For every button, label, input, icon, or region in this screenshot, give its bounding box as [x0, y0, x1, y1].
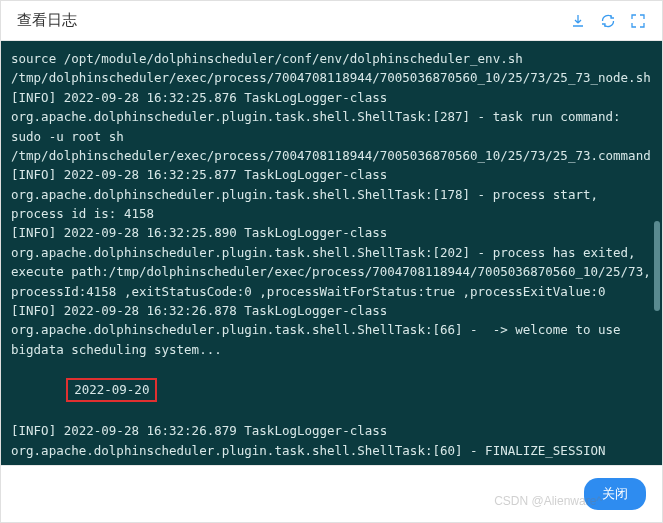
log-line: [INFO] 2022-09-28 16:32:26.878 TaskLogLo… [11, 301, 652, 359]
log-line: [INFO] 2022-09-28 16:32:25.877 TaskLogLo… [11, 165, 652, 223]
close-button[interactable]: 关闭 [584, 478, 646, 510]
modal-header: 查看日志 [1, 1, 662, 41]
log-lines-after: [INFO] 2022-09-28 16:32:26.879 TaskLogLo… [11, 421, 652, 460]
highlighted-date: 2022-09-20 [66, 378, 157, 401]
log-line: [INFO] 2022-09-28 16:32:25.890 TaskLogLo… [11, 223, 652, 301]
refresh-icon[interactable] [600, 13, 616, 29]
fullscreen-icon[interactable] [630, 13, 646, 29]
log-content-area[interactable]: source /opt/module/dolphinscheduler/conf… [1, 41, 662, 465]
log-viewer-modal: 查看日志 source /opt/module/dolphinscheduler… [0, 0, 663, 523]
modal-title: 查看日志 [17, 11, 77, 30]
log-line: [INFO] 2022-09-28 16:32:26.879 TaskLogLo… [11, 421, 652, 460]
scrollbar-thumb[interactable] [654, 221, 660, 311]
header-icons [570, 13, 646, 29]
log-lines: source /opt/module/dolphinscheduler/conf… [11, 49, 652, 359]
log-line: source /opt/module/dolphinscheduler/conf… [11, 49, 652, 68]
download-icon[interactable] [570, 13, 586, 29]
modal-footer: CSDN @Alienware^ 关闭 [1, 465, 662, 522]
highlighted-row: 2022-09-20 [11, 359, 652, 421]
log-line: [INFO] 2022-09-28 16:32:25.876 TaskLogLo… [11, 88, 652, 166]
log-line: /tmp/dolphinscheduler/exec/process/70047… [11, 68, 652, 87]
